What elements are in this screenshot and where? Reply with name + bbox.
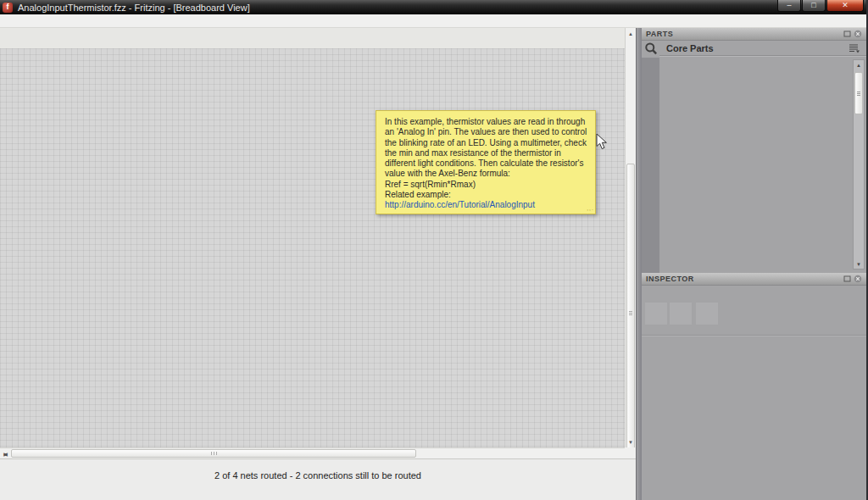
parts-scrollbar[interactable]: ▲ ▼	[853, 59, 865, 269]
close-button[interactable]: ✕	[826, 0, 864, 12]
inspector-dock-header[interactable]: INSPECTOR	[642, 273, 866, 286]
search-cell[interactable]	[642, 41, 659, 58]
horizontal-scroll-thumb[interactable]	[11, 449, 416, 458]
inspector-placeholder	[670, 303, 692, 325]
titlebar[interactable]: f AnalogInputThermistor.fzz - Fritzing -…	[0, 0, 866, 14]
parts-scroll-thumb[interactable]	[854, 72, 863, 114]
menu-bar	[0, 14, 866, 28]
note-link[interactable]: http://arduino.cc/en/Tutorial/AnalogInpu…	[385, 200, 590, 210]
horizontal-scrollbar[interactable]: ◀ ▶	[0, 447, 625, 458]
window-title: AnalogInputThermistor.fzz - Fritzing - […	[18, 3, 250, 13]
fritzing-app-icon: f	[3, 3, 13, 13]
parts-list	[659, 56, 866, 273]
parts-dock-header[interactable]: PARTS	[642, 28, 866, 41]
inspector-placeholder	[645, 303, 667, 325]
view-tabs	[0, 28, 625, 48]
editor-column: In this example, thermistor values are r…	[0, 28, 636, 500]
panel-splitter[interactable]	[636, 28, 642, 500]
sticky-note[interactable]: In this example, thermistor values are r…	[376, 110, 596, 214]
status-bar: 2 of 4 nets routed - 2 connections still…	[0, 458, 636, 500]
note-resize-grip[interactable]: ,,.	[587, 203, 594, 214]
inspector-dock: INSPECTOR	[642, 273, 866, 500]
parts-dock: PARTS Core Parts	[642, 28, 866, 273]
undock-icon[interactable]	[843, 30, 851, 38]
side-panels: PARTS Core Parts	[642, 28, 866, 500]
fritzing-window: f AnalogInputThermistor.fzz - Fritzing -…	[0, 0, 868, 500]
parts-bin-rail	[642, 41, 659, 273]
inspector-body	[642, 286, 866, 500]
note-text: In this example, thermistor values are r…	[385, 117, 587, 178]
inspector-title: INSPECTOR	[646, 275, 694, 283]
vertical-scroll-thumb[interactable]	[626, 164, 635, 462]
close-panel-icon[interactable]	[854, 275, 862, 283]
mouse-cursor	[596, 133, 608, 150]
window-controls: – □ ✕	[777, 0, 864, 12]
restore-button[interactable]: □	[802, 0, 826, 12]
breadboard-canvas[interactable]: In this example, thermistor values are r…	[0, 48, 625, 447]
inspector-divider	[642, 335, 866, 336]
core-parts-bin: Core Parts ▲ ▼	[659, 41, 866, 273]
close-panel-icon[interactable]	[854, 30, 862, 38]
parts-scroll-down[interactable]: ▼	[854, 259, 864, 269]
search-icon	[643, 42, 659, 57]
inspector-placeholder	[696, 303, 718, 325]
scroll-right-arrow[interactable]: ▶	[0, 448, 11, 458]
bin-menu-icon[interactable]	[849, 43, 860, 53]
undock-icon[interactable]	[843, 275, 851, 283]
routing-status: 2 of 4 nets routed - 2 connections still…	[0, 470, 636, 481]
vertical-scrollbar[interactable]: ▲ ▼	[625, 28, 636, 447]
scroll-down-arrow[interactable]: ▼	[626, 436, 636, 447]
circuit-drawing[interactable]	[0, 48, 625, 447]
parts-title: PARTS	[646, 30, 673, 38]
scrollbar-corner	[625, 447, 636, 458]
scroll-up-arrow[interactable]: ▲	[626, 28, 636, 39]
parts-scroll-up[interactable]: ▲	[854, 60, 864, 69]
note-related-label: Related example:	[385, 190, 590, 200]
bin-title: Core Parts	[666, 43, 714, 53]
minimize-button[interactable]: –	[777, 0, 801, 12]
note-formula: Rref = sqrt(Rmin*Rmax)	[385, 180, 590, 190]
